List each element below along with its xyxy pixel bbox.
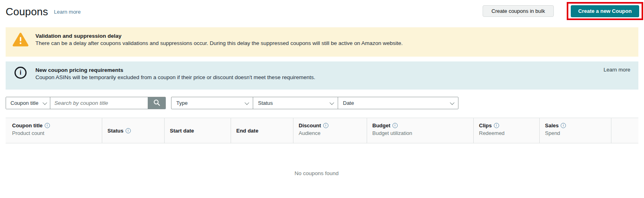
column-subtitle: Product count: [12, 130, 99, 137]
coupons-page: Coupons Learn more Create coupons in bul…: [0, 0, 644, 198]
annotation-highlight: Create a new Coupon: [567, 2, 643, 20]
column-title: Start date: [170, 127, 194, 134]
column-header-clips: Clips Redeemed: [473, 118, 539, 143]
search-category-select[interactable]: Coupon title: [6, 97, 50, 109]
info-banner-body: Coupon ASINs will be temporarily exclude…: [35, 74, 315, 81]
validation-warning-banner: Validation and suppression delay There c…: [6, 27, 638, 57]
warning-banner-title: Validation and suppression delay: [35, 33, 403, 39]
column-title: Status: [107, 127, 124, 134]
column-header-coupon-title: Coupon title Product count: [6, 118, 102, 143]
info-icon[interactable]: [494, 123, 499, 128]
warning-triangle-icon: [12, 33, 29, 49]
chevron-down-icon: [245, 100, 249, 104]
column-title: End date: [236, 127, 258, 134]
column-header-budget: Budget Budget utilization: [367, 118, 473, 143]
column-title: Clips: [479, 122, 492, 129]
column-header-start-date: Start date: [164, 118, 231, 143]
info-icon[interactable]: [392, 123, 398, 128]
date-filter-select[interactable]: Date: [338, 97, 458, 109]
date-filter-label: Date: [343, 100, 354, 106]
magnifier-icon: [153, 99, 161, 108]
search-category-value: Coupon title: [10, 100, 38, 106]
coupons-table-header: Coupon title Product count Status Start …: [6, 118, 638, 143]
column-subtitle: Spend: [545, 130, 608, 137]
page-title: Coupons: [6, 6, 48, 18]
search-group: Coupon title: [6, 97, 166, 109]
info-banner-learn-more-link[interactable]: Learn more: [604, 61, 638, 73]
column-header-end-date: End date: [231, 118, 293, 143]
column-subtitle: Redeemed: [479, 130, 536, 137]
column-subtitle: Budget utilization: [372, 130, 470, 137]
status-filter-select[interactable]: Status: [253, 97, 338, 109]
column-subtitle: Audience: [299, 130, 363, 137]
search-button[interactable]: [148, 97, 165, 109]
status-filter-label: Status: [258, 100, 273, 106]
title-learn-more-link[interactable]: Learn more: [54, 9, 80, 15]
column-title: Discount: [299, 122, 321, 129]
info-circle-icon: [14, 67, 27, 79]
chevron-down-icon: [450, 100, 454, 104]
info-icon[interactable]: [126, 128, 131, 133]
chevron-down-icon: [43, 100, 47, 104]
column-header-discount: Discount Audience: [293, 118, 367, 143]
info-banner-title: New coupon pricing requirements: [35, 67, 315, 73]
empty-state-message: No coupons found: [6, 170, 627, 176]
column-title: Budget: [372, 122, 390, 129]
chevron-down-icon: [330, 100, 334, 104]
filter-bar: Coupon title Type Status: [6, 97, 458, 109]
column-title: Sales: [545, 122, 559, 129]
search-input[interactable]: [50, 97, 148, 109]
column-header-actions-empty: [611, 118, 638, 143]
column-header-status: Status: [102, 118, 164, 143]
pricing-info-banner: New coupon pricing requirements Coupon A…: [6, 61, 638, 90]
filter-dropdown-group: Type Status Date: [171, 97, 458, 109]
create-new-coupon-button[interactable]: Create a new Coupon: [571, 5, 639, 17]
info-icon[interactable]: [561, 123, 566, 128]
info-icon[interactable]: [323, 123, 328, 128]
column-header-sales: Sales Spend: [539, 118, 611, 143]
create-coupons-in-bulk-button[interactable]: Create coupons in bulk: [483, 5, 554, 17]
column-title: Coupon title: [12, 122, 43, 129]
type-filter-label: Type: [176, 100, 188, 106]
info-icon[interactable]: [45, 123, 50, 128]
type-filter-select[interactable]: Type: [171, 97, 253, 109]
warning-banner-body: There can be a delay after coupons valid…: [35, 40, 403, 47]
